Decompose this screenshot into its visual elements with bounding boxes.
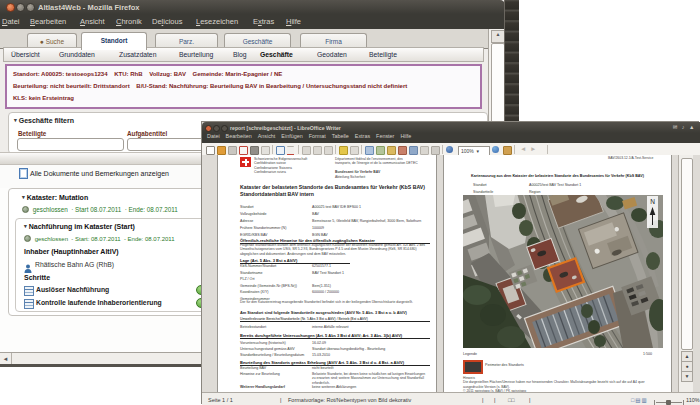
svg-text:N: N — [650, 198, 655, 205]
